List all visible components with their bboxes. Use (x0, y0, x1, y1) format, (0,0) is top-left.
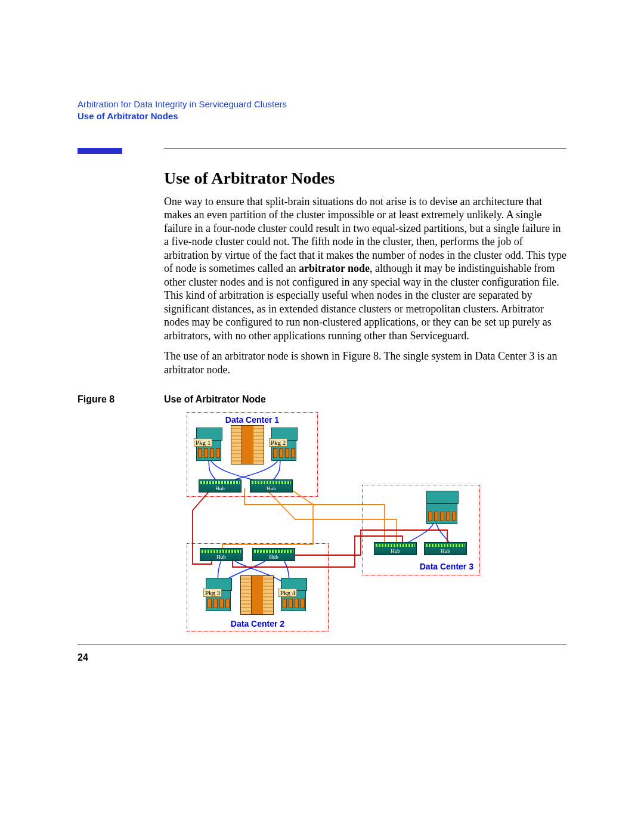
page-number: 24 (78, 652, 88, 663)
rule-line (164, 148, 566, 148)
hub-dc1-a: Hub (199, 479, 242, 493)
server-arbitrator (426, 491, 457, 524)
figure-caption: Figure 8 Use of Arbitrator Node (78, 394, 566, 405)
disk-array-dc1 (231, 425, 264, 465)
figure-8: Data Center 1 Pkg 1 Pkg 2 Hub Hub Data C… (176, 412, 486, 633)
figure-label: Figure 8 (78, 394, 164, 405)
dc2-title: Data Center 2 (187, 619, 328, 628)
footer-rule (78, 645, 566, 645)
hub-dc2-b: Hub (252, 548, 295, 561)
paragraph-2: The use of an arbitrator node is shown i… (164, 349, 566, 376)
pkg4-label: Pkg 4 (278, 589, 297, 597)
hub-dc2-a: Hub (200, 548, 243, 561)
disk-array-dc2 (240, 575, 274, 615)
hub-dc3-b: Hub (424, 542, 467, 555)
hub-dc1-b: Hub (250, 479, 293, 493)
main-content: Use of Arbitrator Nodes One way to ensur… (164, 169, 566, 377)
p1-bold: arbitrator node (299, 262, 370, 274)
dc1-title: Data Center 1 (191, 415, 314, 425)
heading: Use of Arbitrator Nodes (164, 169, 566, 188)
body-text: One way to ensure that split-brain situa… (164, 195, 566, 377)
figure-title: Use of Arbitrator Node (164, 394, 266, 405)
header-rule (78, 148, 566, 154)
hub-dc3-a: Hub (374, 542, 417, 555)
pkg2-label: Pkg 2 (269, 438, 287, 447)
rule-accent-block (78, 148, 122, 154)
pkg3-label: Pkg 3 (203, 589, 222, 597)
document-page: Arbitration for Data Integrity in Servic… (0, 0, 644, 833)
chapter-title: Arbitration for Data Integrity in Servic… (78, 98, 566, 110)
data-center-3-box: Data Center 3 (362, 485, 480, 575)
section-title: Use of Arbitrator Nodes (78, 110, 566, 122)
dc3-title: Data Center 3 (420, 562, 473, 571)
running-header: Arbitration for Data Integrity in Servic… (78, 98, 566, 123)
pkg1-label: Pkg 1 (194, 438, 212, 447)
paragraph-1: One way to ensure that split-brain situa… (164, 195, 566, 343)
